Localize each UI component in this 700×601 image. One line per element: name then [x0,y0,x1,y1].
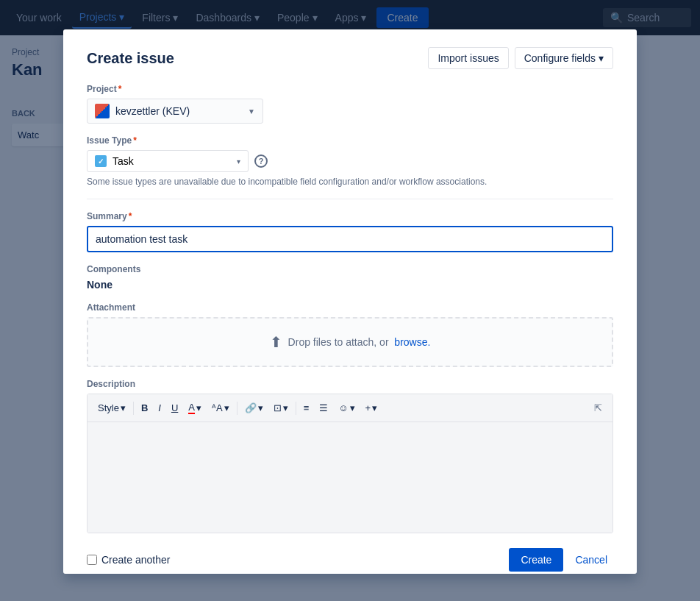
description-label: Description [87,379,613,389]
toolbar-numbered-list[interactable]: ☰ [315,399,332,416]
issue-type-field-group: Issue Type * Task ▾ ? Some issue types a… [87,135,613,187]
cancel-button[interactable]: Cancel [569,548,613,572]
create-another-label: Create another [101,554,170,566]
browse-link[interactable]: browse. [394,336,430,348]
toolbar-insert[interactable]: ⊡ ▾ [269,399,293,416]
chevron-down-icon: ▾ [258,402,263,413]
toolbar-expand[interactable]: ⇱ [590,399,607,416]
create-another-checkbox[interactable] [87,555,97,565]
description-body[interactable] [88,422,612,533]
chevron-down-icon: ▾ [350,402,355,413]
issue-type-notice: Some issue types are unavailable due to … [87,177,613,187]
toolbar-link[interactable]: 🔗 ▾ [240,399,268,416]
modal-overlay: Create issue Import issues Configure fie… [0,0,700,601]
create-button[interactable]: Create [509,548,563,572]
modal-title: Create issue [87,50,174,67]
toolbar-emoji[interactable]: ☺ ▾ [334,399,359,416]
attachment-drop-text: Drop files to attach, or browse. [288,336,431,348]
chevron-down-icon: ▾ [283,402,288,413]
chevron-down-icon: ▾ [599,52,604,64]
configure-fields-button[interactable]: Configure fields ▾ [515,47,613,69]
divider [87,199,613,199]
project-dropdown-arrow: ▼ [248,107,255,115]
issue-type-dropdown-arrow: ▾ [237,157,240,166]
attachment-dropzone[interactable]: ⬆ Drop files to attach, or browse. [87,317,613,367]
toolbar-text-format[interactable]: ᴬA ▾ [207,399,234,416]
toolbar-italic[interactable]: I [154,399,165,416]
project-icon [95,104,110,118]
required-indicator: * [129,211,132,221]
project-select[interactable]: kevzettler (KEV) ▼ [87,99,263,124]
modal-header: Create issue Import issues Configure fie… [87,47,613,69]
project-value: kevzettler (KEV) [115,105,190,117]
required-indicator: * [133,135,137,146]
chevron-down-icon: ▾ [372,402,377,413]
issue-type-value: Task [113,155,134,167]
components-label: Components [87,264,613,274]
chevron-down-icon: ▾ [121,402,126,413]
project-field-group: Project * kevzettler (KEV) ▼ [87,84,613,124]
summary-input[interactable] [87,226,613,252]
toolbar-text-color[interactable]: A ▾ [184,399,206,417]
toolbar-bold[interactable]: B [137,399,152,416]
issue-type-label: Issue Type * [87,135,613,146]
task-type-icon [95,155,107,167]
components-field-group: Components None [87,264,613,291]
help-icon[interactable]: ? [254,154,268,168]
description-field-group: Description Style ▾ B I U A ▾ [87,379,613,533]
editor-toolbar: Style ▾ B I U A ▾ ᴬA ▾ [88,394,612,422]
toolbar-more[interactable]: + ▾ [361,399,382,416]
chevron-down-icon: ▾ [224,402,229,413]
toolbar-separator [296,402,296,415]
attachment-field-group: Attachment ⬆ Drop files to attach, or br… [87,302,613,367]
toolbar-bullet-list[interactable]: ≡ [299,399,314,416]
create-issue-modal: Create issue Import issues Configure fie… [63,29,637,574]
toolbar-underline[interactable]: U [167,399,182,416]
modal-footer: Create another Create Cancel [87,548,613,572]
modal-header-actions: Import issues Configure fields ▾ [428,47,613,69]
description-editor: Style ▾ B I U A ▾ ᴬA ▾ [87,394,613,533]
attachment-label: Attachment [87,302,613,313]
create-another-row: Create another [87,554,170,566]
toolbar-separator [133,402,134,415]
chevron-down-icon: ▾ [196,402,201,413]
toolbar-separator [237,402,238,415]
components-value[interactable]: None [87,279,613,291]
required-indicator: * [118,84,122,94]
toolbar-style[interactable]: Style ▾ [93,399,130,416]
upload-icon: ⬆ [270,333,282,351]
summary-field-group: Summary * [87,211,613,252]
import-issues-button[interactable]: Import issues [428,47,508,69]
project-label: Project * [87,84,613,94]
summary-label: Summary * [87,211,613,221]
issue-type-select[interactable]: Task ▾ [87,150,249,172]
